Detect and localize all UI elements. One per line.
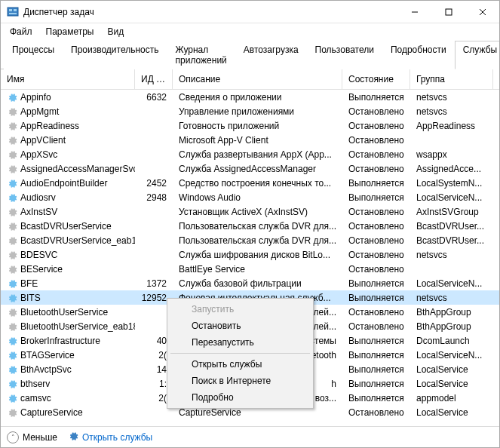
fewer-label: Меньше [23,432,57,443]
service-name: BrokerInfrastructure [20,336,100,346]
service-name: BITS [20,293,41,303]
table-row[interactable]: AudioEndpointBuilder2452Средство построе… [1,176,499,190]
cell-group: BthAppGroup [410,321,493,332]
table-row[interactable]: AppMgmtУправление приложениямиОстановлен… [1,104,499,118]
cell-name: AssignedAccessManagerSvc [1,164,135,174]
cell-group: LocalService [410,407,493,418]
service-gear-icon [7,407,17,418]
cell-name: AppReadiness [1,121,135,131]
col-pid[interactable]: ИД п... [135,69,173,89]
maximize-button[interactable] [431,1,465,23]
cell-group: LocalServiceN... [410,350,493,361]
cell-group: BthAppGroup [410,307,493,318]
cell-desc: Windows Audio [173,192,342,203]
table-row[interactable]: AssignedAccessManagerSvcСлужба AssignedA… [1,161,499,176]
cell-group: AxInstSVGroup [410,207,493,217]
service-gear-icon [7,293,17,303]
menu-view[interactable]: Вид [101,25,130,38]
table-row[interactable]: AppXSvcСлужба развертывания AppX (App...… [1,147,499,161]
service-gear-icon [7,192,17,203]
close-button[interactable] [465,1,499,23]
cell-desc: Средство построения конечных то... [173,178,342,189]
cell-name: Audiosrv [1,192,135,203]
cell-group: LocalServiceN... [410,278,493,289]
table-row[interactable]: AppReadinessГотовность приложенийОстанов… [1,118,499,133]
tab-users[interactable]: Пользователи [307,41,382,69]
cell-name: AppMgmt [1,106,135,117]
cm-stop[interactable]: Остановить [169,318,311,334]
open-services-link[interactable]: Открыть службы [68,431,152,443]
service-name: AppReadiness [20,121,79,131]
svg-rect-2 [14,9,17,11]
cell-state: Выполняется [342,336,410,346]
cell-pid: 6632 [135,92,173,103]
service-gear-icon [7,350,17,361]
tab-processes[interactable]: Процессы [4,41,63,69]
cell-desc: Microsoft App-V Client [173,135,342,146]
tab-services[interactable]: Службы [455,41,500,69]
cell-state: Выполняется [342,350,410,361]
table-row[interactable]: BDESVCСлужба шифрования дисков BitLo...О… [1,247,499,262]
table-row[interactable]: Audiosrv2948Windows AudioВыполняетсяLoca… [1,190,499,204]
service-gear-icon [7,307,17,318]
cell-name: BDESVC [1,250,135,260]
table-row[interactable]: AxInstSVУстановщик ActiveX (AxInstSV)Ост… [1,204,499,219]
service-name: BluetoothUserService [20,307,108,318]
col-state[interactable]: Состояние [342,69,410,89]
minimize-button[interactable] [397,1,431,23]
service-gear-icon [7,321,17,332]
cell-desc: Управление приложениями [173,106,342,117]
service-gear-icon [7,393,17,404]
tab-apphistory[interactable]: Журнал приложений [167,41,235,69]
service-name: AppMgmt [20,106,59,117]
table-row[interactable]: BcastDVRUserService_eab181Пользовательск… [1,233,499,247]
cell-state: Остановлено [342,121,410,131]
cell-name: BthAvctpSvc [1,364,135,375]
cell-desc: Служба базовой фильтрации [173,278,342,289]
service-gear-icon [7,135,17,146]
titlebar: Диспетчер задач [1,1,499,23]
cell-state: Выполняется [342,293,410,303]
cell-name: AxInstSV [1,207,135,217]
cell-state: Остановлено [342,207,410,217]
open-services-label: Открыть службы [82,432,152,443]
cell-group: netsvcs [410,106,493,117]
cell-group: LocalServiceN... [410,192,493,203]
service-name: BFE [20,278,38,289]
cell-group: netsvcs [410,293,493,303]
cell-name: BTAGService [1,350,135,361]
tab-startup[interactable]: Автозагрузка [235,41,307,69]
cell-group: AssignedAcce... [410,164,493,174]
column-headers: Имя ИД п... Описание Состояние Группа [1,69,499,90]
col-desc[interactable]: Описание [173,69,342,89]
table-row[interactable]: AppVClientMicrosoft App-V ClientОстановл… [1,133,499,147]
menu-options[interactable]: Параметры [40,25,100,38]
service-gear-icon [7,149,17,160]
cell-group: BcastDVRUser... [410,235,493,246]
cm-open[interactable]: Открыть службы [169,356,311,373]
cell-state: Выполняется [342,192,410,203]
menu-file[interactable]: Файл [4,25,38,38]
fewer-details-button[interactable]: ˄ Меньше [7,431,57,443]
table-row[interactable]: BEServiceBattlEye ServiceОстановлено [1,262,499,276]
table-row[interactable]: BcastDVRUserServiceПользовательская служ… [1,219,499,233]
cm-details[interactable]: Подробно [169,389,311,406]
cell-pid: 1372 [135,278,173,289]
service-gear-icon [7,164,17,174]
tab-performance[interactable]: Производительность [63,41,167,69]
tab-details[interactable]: Подробности [382,41,455,69]
cell-name: AudioEndpointBuilder [1,178,135,189]
cm-restart[interactable]: Перезапустить [169,334,311,351]
cell-name: BITS [1,293,135,303]
statusbar: ˄ Меньше Открыть службы [1,426,499,447]
cell-state: Остановлено [342,164,410,174]
cell-state: Выполняется [342,379,410,389]
table-row[interactable]: Appinfo6632Сведения о приложенииВыполняе… [1,90,499,104]
cell-state: Остановлено [342,407,410,418]
col-group[interactable]: Группа [410,69,493,89]
cell-desc: Пользовательская служба DVR для... [173,235,342,246]
col-name[interactable]: Имя [1,69,135,89]
cm-search[interactable]: Поиск в Интернете [169,373,311,389]
table-row[interactable]: BFE1372Служба базовой фильтрацииВыполняе… [1,276,499,290]
cell-state: Остановлено [342,321,410,332]
